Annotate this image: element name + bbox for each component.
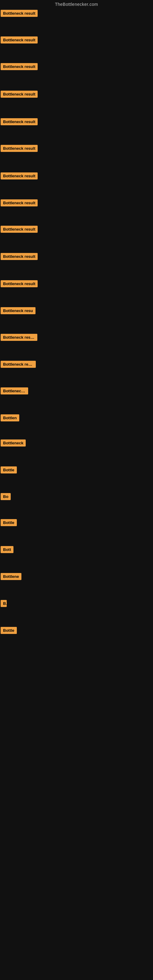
bottleneck-badge[interactable]: Bo — [1, 493, 11, 500]
site-title: TheBottlenecker.com — [0, 0, 153, 10]
badge-row: Bottleneck result — [1, 10, 38, 18]
bottleneck-badge[interactable]: Bott — [1, 546, 13, 553]
badge-row: Bottleneck resu — [1, 307, 35, 315]
badge-row: Bottleneck result — [1, 199, 38, 208]
bottleneck-badge[interactable]: Bottleneck result — [1, 63, 38, 70]
bottleneck-badge[interactable]: Bottleneck resul — [1, 361, 36, 368]
bottleneck-badge[interactable]: Bottleneck resu — [1, 307, 35, 314]
badge-row: Bottleneck resul — [1, 361, 36, 369]
badge-row: Bottle — [1, 466, 17, 475]
badge-row: Bottleneck result — [1, 172, 38, 181]
site-title-text: TheBottlenecker.com — [55, 2, 98, 7]
bottleneck-badge[interactable]: Bottleneck result — [1, 91, 38, 98]
bottleneck-badge[interactable]: Bottlen — [1, 414, 19, 422]
bottleneck-badge[interactable]: Bottlene — [1, 573, 21, 580]
badge-row: Bottlen — [1, 414, 19, 423]
bottleneck-badge[interactable]: Bottleneck result — [1, 10, 38, 17]
bottleneck-badge[interactable]: Bottleneck result — [1, 226, 38, 233]
bottleneck-badge[interactable]: Bottleneck — [1, 439, 26, 447]
bottleneck-badge[interactable]: Bottle — [1, 466, 17, 474]
badge-row: Bottleneck result — [1, 118, 38, 126]
badge-row: Bo — [1, 493, 11, 501]
badge-row: Bottleneck result — [1, 280, 38, 288]
badge-row: B — [1, 600, 7, 608]
badge-row: Bottleneck result — [1, 334, 37, 342]
badge-row: Bottleneck result — [1, 253, 38, 261]
bottleneck-badge[interactable]: Bottleneck result — [1, 145, 38, 152]
bottleneck-badge[interactable]: Bottleneck result — [1, 199, 38, 207]
badge-row: Bottleneck result — [1, 63, 38, 72]
badge-row: Bottleneck r — [1, 387, 28, 396]
bottleneck-badge[interactable]: Bottleneck r — [1, 387, 28, 395]
badge-row: Bottlene — [1, 573, 21, 581]
bottleneck-badge[interactable]: B — [1, 600, 7, 607]
badge-row: Bottleneck result — [1, 37, 38, 45]
badge-row: Bott — [1, 546, 13, 554]
bottleneck-badge[interactable]: Bottleneck result — [1, 280, 38, 287]
bottleneck-badge[interactable]: Bottleneck result — [1, 37, 38, 43]
bottleneck-badge[interactable]: Bottle — [1, 627, 17, 634]
badge-row: Bottleneck result — [1, 145, 38, 153]
badge-row: Bottle — [1, 627, 17, 635]
bottleneck-badge[interactable]: Bottleneck result — [1, 118, 38, 125]
badge-row: Bottle — [1, 519, 17, 527]
badge-row: Bottleneck result — [1, 91, 38, 99]
badge-row: Bottleneck result — [1, 226, 38, 234]
badge-row: Bottleneck — [1, 439, 26, 448]
bottleneck-badge[interactable]: Bottleneck result — [1, 172, 38, 180]
bottleneck-badge[interactable]: Bottle — [1, 519, 17, 526]
bottleneck-badge[interactable]: Bottleneck result — [1, 253, 38, 260]
bottleneck-badge[interactable]: Bottleneck result — [1, 334, 37, 341]
